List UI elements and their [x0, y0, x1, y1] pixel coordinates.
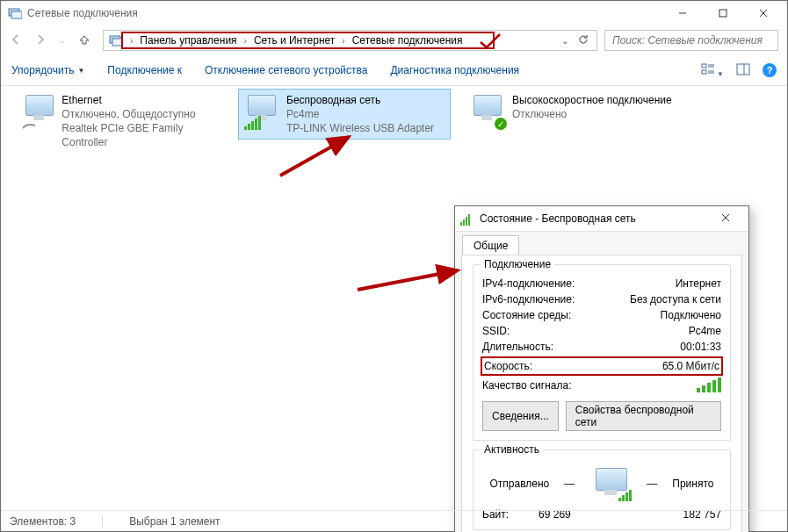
window-icon [8, 6, 22, 20]
breadcrumb-item-network-connections[interactable]: Сетевые подключения [349, 34, 466, 47]
nav-row: ⌄ › Панель управления › Сеть и Интернет … [1, 25, 787, 55]
titlebar: Сетевые подключения [1, 1, 787, 25]
status-selection: Выбран 1 элемент [129, 515, 220, 528]
label-ipv6: IPv6-подключение: [482, 291, 575, 307]
up-button[interactable] [78, 33, 90, 48]
dialog-title: Состояние - Беспроводная сеть [480, 212, 708, 225]
dialog-titlebar: Состояние - Беспроводная сеть [455, 206, 748, 232]
signal-bars-icon [244, 116, 261, 130]
nav-history: ⌄ [10, 33, 90, 48]
value-ipv6: Без доступа к сети [630, 291, 721, 307]
status-bar: Элементов: 3 Выбран 1 элемент [1, 510, 787, 531]
wifi-icon [460, 212, 474, 226]
cable-icon [22, 121, 36, 130]
group-legend: Подключение [481, 258, 554, 270]
address-history-dropdown[interactable]: ⌄ [561, 36, 568, 46]
wireless-icon [244, 93, 279, 128]
svg-rect-3 [719, 10, 727, 17]
view-options-button[interactable]: ▼ [701, 62, 724, 79]
label-media-state: Состояние среды: [482, 307, 571, 323]
group-legend: Активность [481, 443, 543, 456]
connect-to-button[interactable]: Подключение к [107, 64, 182, 76]
connection-status: Отключено [512, 107, 672, 121]
breadcrumb-item-control-panel[interactable]: Панель управления [136, 34, 240, 47]
window-controls [662, 1, 784, 25]
breadcrumb-sep-icon[interactable]: › [244, 36, 247, 46]
status-element-count: Элементов: 3 [10, 515, 76, 528]
activity-monitor-icon [589, 466, 632, 501]
back-button[interactable] [10, 33, 22, 48]
label-ssid: SSID: [482, 323, 510, 339]
value-duration: 00:01:33 [680, 339, 721, 355]
value-media-state: Подключено [661, 307, 721, 323]
address-bar[interactable]: › Панель управления › Сеть и Интернет › … [103, 30, 597, 51]
label-sent: Отправлено [490, 478, 550, 490]
refresh-button[interactable] [577, 33, 589, 48]
connection-name: Ethernet [61, 93, 220, 107]
connection-name: Беспроводная сеть [286, 93, 434, 107]
value-ssid: Pc4me [689, 323, 721, 339]
disable-device-button[interactable]: Отключение сетевого устройства [205, 64, 367, 76]
dash-indicator: — [564, 478, 575, 490]
forward-button[interactable] [34, 33, 47, 48]
annotation-speed-highlight: Скорость:65.0 Мбит/с [481, 356, 723, 376]
svg-line-19 [358, 270, 458, 290]
command-bar: Упорядочить▼ Подключение к Отключение се… [1, 55, 787, 86]
location-icon [109, 33, 123, 47]
details-button[interactable]: Сведения... [482, 401, 559, 431]
svg-rect-14 [737, 64, 749, 75]
connection-item-wireless[interactable]: Беспроводная сеть Pc4me TP-LINK Wireless… [238, 89, 451, 140]
maximize-button[interactable] [703, 1, 743, 25]
tab-general[interactable]: Общие [462, 235, 519, 255]
label-duration: Длительность: [482, 339, 553, 355]
minimize-button[interactable] [662, 1, 703, 25]
label-signal-quality: Качество сигнала: [482, 379, 571, 392]
connection-name: Высокоскоростное подключение [512, 93, 672, 107]
preview-pane-button[interactable] [736, 62, 750, 79]
breadcrumb-sep-icon[interactable]: › [342, 36, 344, 46]
connection-item-ethernet[interactable]: Ethernet Отключено, Общедоступно Realtek… [17, 90, 226, 153]
breadcrumb-sep-icon[interactable]: › [130, 36, 133, 46]
dash-indicator: — [647, 478, 657, 490]
checkmark-icon: ✓ [495, 118, 507, 130]
organize-menu[interactable]: Упорядочить▼ [11, 64, 84, 76]
annotation-arrow-to-speed [352, 262, 466, 297]
connection-item-broadband[interactable]: ✓ Высокоскоростное подключение Отключено [465, 90, 684, 132]
svg-rect-8 [702, 64, 706, 68]
label-speed: Скорость: [484, 358, 532, 374]
ethernet-icon [22, 93, 54, 128]
connection-status: Pc4me [286, 107, 434, 121]
recent-dropdown-button[interactable]: ⌄ [59, 36, 66, 45]
explorer-window: Сетевые подключения ⌄ › Панель управлени… [0, 0, 788, 532]
svg-rect-9 [702, 70, 706, 74]
svg-rect-7 [112, 39, 123, 46]
content-area: Ethernet Отключено, Общедоступно Realtek… [1, 86, 787, 510]
status-divider [102, 515, 103, 528]
status-dialog: Состояние - Беспроводная сеть Общие Подк… [454, 205, 749, 532]
svg-line-18 [280, 137, 349, 176]
svg-rect-1 [11, 11, 22, 18]
broadband-icon: ✓ [470, 93, 505, 128]
help-button[interactable]: ? [763, 63, 777, 77]
close-button[interactable] [743, 1, 784, 25]
window-title: Сетевые подключения [27, 7, 662, 19]
label-received: Принято [672, 478, 713, 490]
diagnose-button[interactable]: Диагностика подключения [390, 64, 519, 76]
connection-device: Realtek PCIe GBE Family Controller [61, 121, 220, 149]
dialog-body: Подключение IPv4-подключение:Интернет IP… [461, 255, 742, 532]
dialog-tabs: Общие [455, 232, 748, 255]
label-ipv4: IPv4-подключение: [482, 276, 575, 291]
value-ipv4: Интернет [676, 276, 721, 291]
wireless-properties-button[interactable]: Свойства беспроводной сети [566, 401, 721, 431]
connection-status: Отключено, Общедоступно [61, 107, 220, 121]
group-connection: Подключение IPv4-подключение:Интернет IP… [473, 264, 731, 441]
signal-quality-icon [697, 377, 721, 392]
value-speed: 65.0 Мбит/с [662, 358, 719, 374]
search-box[interactable] [604, 30, 778, 51]
search-input[interactable] [611, 33, 772, 47]
connection-device: TP-LINK Wireless USB Adapter [286, 121, 434, 135]
dialog-close-button[interactable] [708, 212, 743, 225]
breadcrumb-item-network-internet[interactable]: Сеть и Интернет [250, 34, 338, 47]
